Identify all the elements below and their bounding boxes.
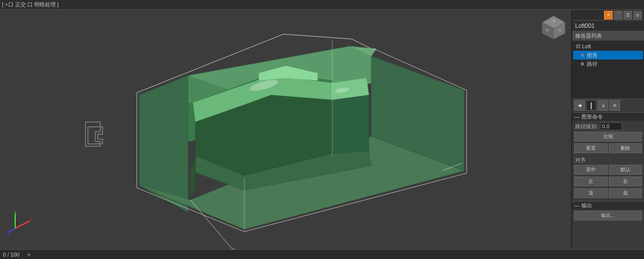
panel-tools: ◄ | ∨ ✕	[572, 99, 644, 112]
scene-svg[interactable]	[0, 10, 571, 249]
viewport: 上 前 右	[0, 10, 572, 249]
svg-line-43	[9, 228, 15, 232]
list-icon-btn[interactable]: ☰	[623, 11, 632, 20]
output-collapse-icon: —	[574, 202, 580, 208]
status-arrow[interactable]: >	[27, 252, 30, 258]
status-progress: 0 / 100	[3, 252, 20, 258]
modifier-list-label: 修改器列表	[575, 32, 602, 40]
svg-text:上: 上	[552, 19, 556, 22]
output-label: 输出	[581, 202, 592, 209]
path-level-label: 路径级别:	[575, 123, 598, 130]
compare-button[interactable]: 比较	[574, 132, 642, 141]
align-default-btn[interactable]: 默认	[609, 165, 643, 175]
axis-indicator: X Y Z	[8, 211, 32, 236]
align-label: 对齐	[575, 157, 586, 164]
top-menubar: [ +口 正交 口 明暗处理 ]	[0, 0, 644, 10]
modifier-shape[interactable]: 图形	[573, 51, 643, 60]
compare-btn-row: 比较	[572, 132, 644, 142]
reset-delete-row: 重置 删除	[572, 143, 644, 154]
align-center-btn[interactable]: 居中	[574, 165, 608, 175]
svg-text:Y: Y	[14, 211, 17, 214]
menubar-label: [ +口 正交 口 明暗处理 ]	[2, 1, 59, 8]
output-btn-row: 输出...	[572, 211, 644, 221]
modifier-shape-label: 图形	[587, 52, 598, 59]
right-panel: ☀ ⌒ ☰ ⊙ Loft001 修改器列表 Loft 图形 路径	[572, 10, 644, 249]
svg-text:X: X	[31, 217, 32, 221]
align-top-btn[interactable]: 顶	[574, 188, 608, 198]
align-row-1: 居中 默认	[572, 165, 644, 176]
modifier-loft[interactable]: Loft	[573, 42, 643, 51]
shape-cmd-header: — 图形命令	[572, 112, 644, 121]
curve-icon-btn[interactable]: ⌒	[614, 11, 623, 20]
modifier-path-label: 路径	[587, 60, 598, 68]
modifier-path-dot	[581, 62, 584, 65]
svg-text:Z: Z	[8, 232, 11, 236]
sun-icon-btn[interactable]: ☀	[604, 11, 613, 20]
svg-line-39	[15, 221, 30, 228]
align-bottom-btn[interactable]: 底	[609, 188, 643, 198]
main-area: 上 前 右	[0, 10, 644, 249]
modifier-loft-square	[576, 44, 580, 48]
modifier-list: Loft 图形 路径	[572, 41, 644, 69]
align-label-row: 对齐	[572, 155, 644, 165]
checkmark-tool-btn[interactable]: ∨	[598, 100, 608, 111]
modifier-path[interactable]: 路径	[573, 60, 643, 68]
separator-tool: |	[586, 100, 597, 111]
output-section-header: — 输出	[572, 201, 644, 210]
align-row-2: 左 右	[572, 177, 644, 187]
object-name-text: Loft001	[575, 22, 595, 29]
shape-cmd-title: 图形命令	[581, 113, 603, 120]
svg-text:右: 右	[558, 29, 561, 32]
path-level-input[interactable]	[600, 122, 622, 130]
modifier-list-header: 修改器列表	[572, 31, 644, 41]
reset-button[interactable]: 重置	[574, 143, 608, 153]
align-row-3: 顶 底	[572, 188, 644, 199]
nav-cube: 上 前 右	[540, 14, 567, 40]
circle-icon-btn[interactable]: ⊙	[633, 11, 642, 20]
pin-tool-btn[interactable]: ◄	[574, 100, 585, 111]
panel-icons-top: ☀ ⌒ ☰ ⊙	[572, 10, 644, 20]
status-bar: 0 / 100 >	[0, 249, 644, 259]
object-name: Loft001	[572, 20, 644, 31]
align-left-btn[interactable]: 左	[574, 177, 608, 186]
x-tool-btn[interactable]: ✕	[609, 100, 620, 111]
output-button[interactable]: 输出...	[574, 211, 642, 220]
shape-commands: — 图形命令 路径级别: 比较 重置 删除 对齐	[572, 112, 644, 249]
align-right-btn[interactable]: 右	[609, 177, 643, 186]
svg-marker-22	[332, 95, 369, 154]
modifier-loft-label: Loft	[582, 43, 591, 49]
delete-button[interactable]: 删除	[609, 143, 643, 153]
path-level-row: 路径级别:	[572, 121, 644, 132]
modifier-shape-dot	[581, 54, 584, 57]
svg-text:前: 前	[546, 29, 549, 32]
collapse-icon: —	[574, 114, 580, 120]
modifier-spacer	[572, 69, 644, 99]
